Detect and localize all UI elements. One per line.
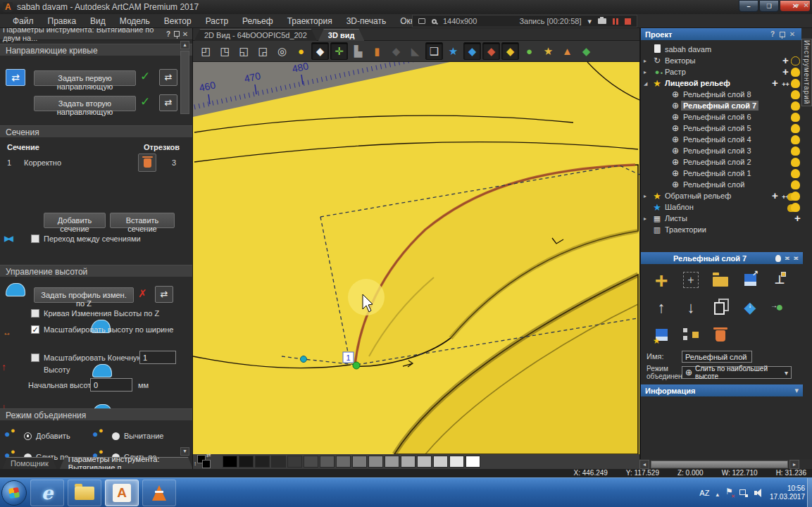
project-pin-icon[interactable] xyxy=(777,30,787,39)
tree-item-label[interactable]: Рельефный слой 1 xyxy=(681,168,754,178)
sculpt-icon[interactable]: ◣ xyxy=(406,42,424,60)
expander-icon[interactable] xyxy=(644,215,651,222)
add-from-selection-button[interactable] xyxy=(676,268,706,292)
color-swatch[interactable] xyxy=(320,456,335,468)
add-layer-button[interactable] xyxy=(647,268,676,292)
swap-z-profile-button[interactable] xyxy=(155,286,173,303)
move-layer-up-button[interactable] xyxy=(647,295,676,320)
add-multiple-icon[interactable] xyxy=(780,189,791,202)
menu-item[interactable]: Правка xyxy=(41,14,84,28)
stack-color-icon[interactable]: ◆ xyxy=(577,42,595,60)
menu-item[interactable]: Растр xyxy=(199,14,235,28)
pyramid-icon[interactable]: ▲ xyxy=(558,42,576,60)
star-vector-icon[interactable]: ★ xyxy=(444,42,462,60)
visibility-bulb-icon[interactable] xyxy=(791,158,800,167)
expander-icon[interactable] xyxy=(644,69,651,75)
guide-point-teal[interactable] xyxy=(301,356,307,363)
swap-first-guide-button[interactable] xyxy=(159,69,177,86)
tree-item-label[interactable]: Рельефный слой 2 xyxy=(681,157,754,167)
clock[interactable]: 10:56 17.03.2017 xyxy=(770,484,805,501)
view-tab[interactable]: 3D вид xyxy=(318,29,365,41)
tree-item-label[interactable]: Обратный рельеф xyxy=(663,191,733,201)
pin-icon[interactable] xyxy=(173,30,181,39)
raster-green-icon[interactable]: ● xyxy=(520,42,538,60)
start-height-input[interactable] xyxy=(90,378,132,392)
menu-item[interactable]: Вектор xyxy=(157,14,199,28)
set-second-guide-button[interactable]: Задать вторую направляющую xyxy=(34,96,136,111)
expander-icon[interactable] xyxy=(644,80,651,87)
import-layer-button[interactable] xyxy=(706,268,735,292)
tree-item-label[interactable]: Векторы xyxy=(663,56,697,65)
tree-item-label[interactable]: Шаблон xyxy=(663,202,696,212)
language-indicator[interactable]: AZ xyxy=(699,489,709,497)
z-curve-checkbox[interactable] xyxy=(31,309,39,318)
view-cube-2-icon[interactable]: ◳ xyxy=(216,42,234,60)
visibility-bulb-icon[interactable] xyxy=(791,113,800,122)
tree-row[interactable]: Рельефный слой 3 xyxy=(641,145,803,156)
panel-tab[interactable]: Помощник xyxy=(2,457,57,469)
restore-button[interactable] xyxy=(759,0,779,12)
move-layer-down-button[interactable] xyxy=(676,295,706,320)
visibility-bulb-icon[interactable] xyxy=(791,56,800,65)
tree-row[interactable]: Рельефный слой 6 xyxy=(641,111,803,123)
tree-item-label[interactable]: Рельефный слой 5 xyxy=(681,123,754,133)
zoom-icon[interactable]: ◎ xyxy=(273,42,291,60)
volume-icon[interactable] xyxy=(754,489,763,497)
scroll-right-icon[interactable]: ▸ xyxy=(789,460,799,469)
action-center-icon[interactable] xyxy=(725,489,733,498)
panel-scrollbar-thumb[interactable] xyxy=(180,51,189,114)
tree-row[interactable]: Векторы xyxy=(641,55,803,66)
combine-option[interactable]: Добавить xyxy=(4,425,92,446)
tree-row[interactable]: Рельефный слой 4 xyxy=(641,134,803,145)
layers-blue-icon[interactable]: ◆ xyxy=(463,42,481,60)
copy-shape-icon[interactable]: ❑ xyxy=(425,42,443,60)
tree-row[interactable]: Рельефный слой 8 xyxy=(641,89,803,100)
recorder-pause-icon[interactable] xyxy=(613,18,618,25)
project-help-icon[interactable] xyxy=(768,30,777,39)
tree-row[interactable]: Рельефный слой 7 xyxy=(641,100,803,111)
network-icon[interactable] xyxy=(739,489,748,497)
color-swatch[interactable] xyxy=(368,456,383,468)
show-desktop-button[interactable] xyxy=(807,478,812,507)
information-bar[interactable]: Информация xyxy=(641,384,803,396)
scrollbar-thumb[interactable] xyxy=(651,461,788,468)
tree-row[interactable]: Листы xyxy=(641,213,803,224)
color-swatch[interactable] xyxy=(304,456,318,468)
collapse-all-icon[interactable]: ≍ xyxy=(793,255,799,262)
add-icon[interactable] xyxy=(792,212,803,225)
tree-row[interactable]: Рельефный слой xyxy=(641,179,803,190)
set-z-profile-button[interactable]: Задать профиль измен. по Z xyxy=(34,287,134,303)
help-icon[interactable] xyxy=(164,30,173,39)
menu-item[interactable]: Вид xyxy=(83,14,113,28)
visibility-bulb-icon[interactable] xyxy=(791,68,800,77)
expander-icon[interactable] xyxy=(644,193,651,199)
cylinder-icon[interactable]: ▮ xyxy=(368,42,386,60)
tree-row[interactable]: Лицевой рельеф xyxy=(641,77,803,89)
tree-row[interactable]: Шаблон xyxy=(641,201,803,213)
menu-item[interactable]: 3D-печать xyxy=(339,14,394,28)
color-swatch[interactable] xyxy=(255,456,270,468)
draw-plane-icon[interactable]: ◆ xyxy=(311,42,329,60)
tree-item-label[interactable]: Растр xyxy=(663,67,688,77)
axes-icon[interactable]: ✛ xyxy=(330,42,348,60)
visibility-bulb-icon[interactable] xyxy=(791,203,800,212)
start-button[interactable] xyxy=(1,480,27,506)
light-bulb-icon[interactable]: ● xyxy=(292,42,310,60)
tree-item-label[interactable]: Лицевой рельеф xyxy=(663,78,732,88)
stamp-icon[interactable]: ▙ xyxy=(349,42,367,60)
convert-layer-button[interactable] xyxy=(765,295,794,320)
delete-layer-button[interactable] xyxy=(706,323,735,347)
split-layer-button[interactable] xyxy=(676,323,706,347)
tree-row[interactable]: Рельефный слой 5 xyxy=(641,123,803,134)
tree-item-label[interactable]: sabah davam xyxy=(663,44,713,54)
color-swatch[interactable] xyxy=(449,456,464,468)
taskbar-artcam-button[interactable] xyxy=(105,480,139,506)
combine-mode-dropdown[interactable]: Слить по наибольшей высоте xyxy=(682,366,792,379)
tree-row[interactable]: Траектории xyxy=(641,224,803,235)
find-star-icon[interactable]: ★ xyxy=(539,42,557,60)
view-tab-dropdown-icon[interactable]: ▾ xyxy=(796,1,799,9)
add-multiple-icon[interactable] xyxy=(780,77,791,89)
link-colors-icon[interactable]: ↕ xyxy=(194,461,196,467)
menu-item[interactable]: Рельеф xyxy=(235,14,280,28)
visibility-bulb-icon[interactable] xyxy=(791,180,800,189)
